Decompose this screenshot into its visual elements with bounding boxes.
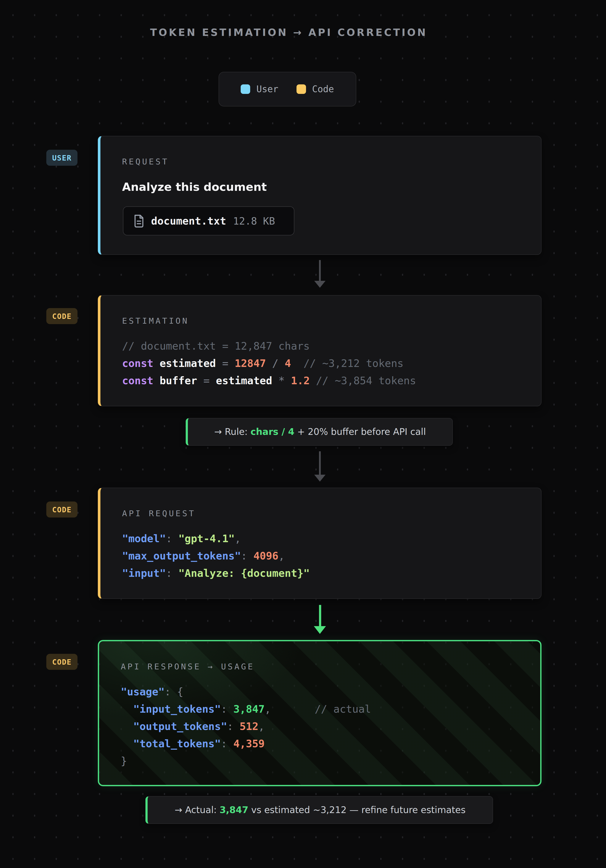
legend-user-label: User bbox=[256, 84, 278, 95]
code-line: "output_tokens": 512, bbox=[121, 718, 371, 735]
badge-code-api-request: CODE bbox=[46, 502, 78, 518]
arrow-stem bbox=[319, 605, 321, 626]
document-icon bbox=[134, 214, 144, 227]
arrow-stem bbox=[319, 260, 321, 281]
code-line: "max_output_tokens": 4096, bbox=[122, 547, 310, 565]
card-api-request-header: API REQUEST bbox=[122, 508, 196, 518]
code-line: const buffer = estimated * 1.2 // ~3,854… bbox=[122, 372, 416, 389]
badge-code-estimation: CODE bbox=[46, 308, 78, 324]
user-message: Analyze this document bbox=[122, 180, 267, 194]
code-line: const estimated = 12847 / 4 // ~3,212 to… bbox=[122, 355, 416, 372]
card-api-response-header: API RESPONSE → USAGE bbox=[121, 661, 255, 671]
code-line: } bbox=[121, 752, 371, 770]
code-block: // document.txt = 12,847 chars const est… bbox=[122, 338, 416, 389]
card-estimation: ESTIMATION // document.txt = 12,847 char… bbox=[98, 295, 542, 406]
badge-code-api-response: CODE bbox=[46, 654, 78, 670]
code-line: "usage": { bbox=[121, 683, 371, 701]
actual-callout-text: → Actual: 3,847 vs estimated ~3,212 — re… bbox=[175, 805, 466, 815]
file-name: document.txt bbox=[151, 215, 226, 227]
flow-arrow-down-success-icon bbox=[314, 605, 326, 634]
legend-item-user: User bbox=[241, 84, 278, 95]
user-swatch-icon bbox=[241, 84, 250, 94]
badge-user: USER bbox=[46, 150, 78, 166]
page-title: TOKEN ESTIMATION → API CORRECTION bbox=[150, 27, 427, 38]
rule-callout-text: → Rule: chars / 4 + 20% buffer before AP… bbox=[214, 427, 426, 437]
card-api-response: API RESPONSE → USAGE "usage": { "input_t… bbox=[98, 640, 542, 786]
flow-arrow-down-icon bbox=[314, 451, 326, 482]
file-attachment: document.txt 12.8 KB bbox=[123, 206, 294, 236]
legend-code-label: Code bbox=[312, 84, 334, 95]
code-line: "input": "Analyze: {document}" bbox=[122, 565, 310, 582]
arrow-head bbox=[314, 626, 326, 634]
flow-diagram: TOKEN ESTIMATION → API CORRECTION User C… bbox=[0, 0, 606, 868]
arrow-head bbox=[314, 475, 326, 482]
arrow-stem bbox=[319, 451, 321, 475]
code-line: "input_tokens": 3,847, // actual bbox=[121, 701, 371, 718]
legend-item-code: Code bbox=[297, 84, 334, 95]
arrow-head bbox=[314, 281, 326, 288]
legend: User Code bbox=[219, 72, 356, 107]
rule-callout: → Rule: chars / 4 + 20% buffer before AP… bbox=[186, 418, 453, 446]
code-swatch-icon bbox=[297, 84, 306, 94]
file-size: 12.8 KB bbox=[233, 215, 275, 226]
code-block: "model": "gpt-4.1", "max_output_tokens":… bbox=[122, 530, 310, 582]
code-line: "model": "gpt-4.1", bbox=[122, 530, 310, 547]
card-request-header: REQUEST bbox=[122, 156, 169, 167]
card-estimation-header: ESTIMATION bbox=[122, 315, 189, 326]
card-api-request: API REQUEST "model": "gpt-4.1", "max_out… bbox=[98, 488, 542, 599]
actual-callout: → Actual: 3,847 vs estimated ~3,212 — re… bbox=[145, 796, 493, 824]
code-line: "total_tokens": 4,359 bbox=[121, 735, 371, 752]
card-request: REQUEST Analyze this document document.t… bbox=[98, 136, 542, 255]
code-block: "usage": { "input_tokens": 3,847, // act… bbox=[121, 683, 371, 770]
code-line: // document.txt = 12,847 chars bbox=[122, 338, 416, 355]
flow-arrow-down-icon bbox=[314, 260, 326, 288]
